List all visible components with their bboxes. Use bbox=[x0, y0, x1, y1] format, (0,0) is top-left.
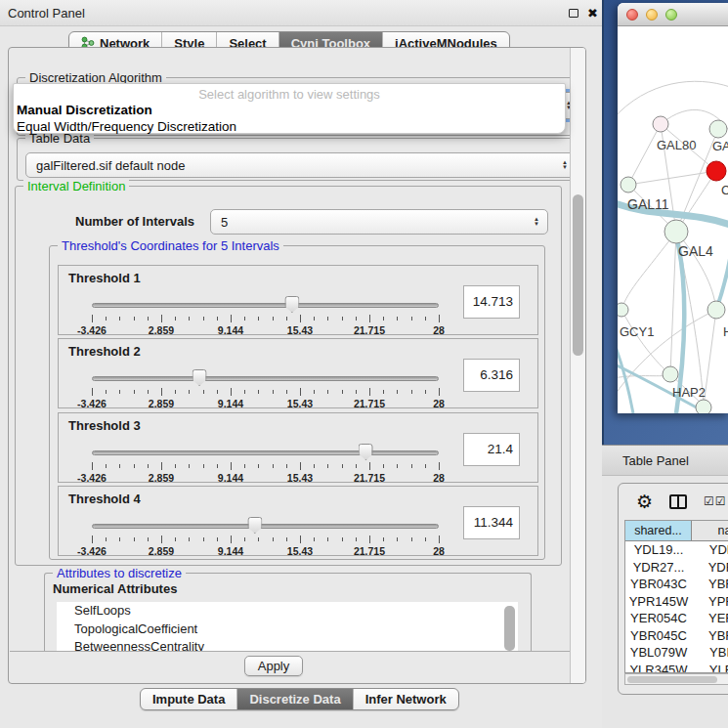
split-column-icon[interactable] bbox=[669, 494, 687, 509]
attribute-list-item[interactable]: SelfLoops bbox=[57, 602, 518, 621]
table-cell[interactable]: YDR27... bbox=[625, 559, 692, 577]
threshold-1-slider[interactable]: -3.4262.8599.14415.4321.71528 bbox=[92, 297, 439, 332]
tick-label: 2.859 bbox=[149, 398, 174, 409]
table-row[interactable]: YPR145WYPR1 bbox=[625, 593, 728, 611]
slider-tick-labels: -3.4262.8599.14415.4321.71528 bbox=[92, 398, 439, 409]
float-window-icon[interactable] bbox=[569, 9, 578, 18]
tick-mark bbox=[314, 390, 315, 394]
tick-mark bbox=[258, 537, 259, 541]
tick-mark bbox=[148, 317, 149, 321]
column-header-name[interactable]: na bbox=[692, 521, 728, 541]
tab-infer-network[interactable]: Infer Network bbox=[354, 689, 458, 709]
tick-mark bbox=[92, 315, 93, 322]
tab-impute-data[interactable]: Impute Data bbox=[141, 689, 237, 709]
node-label: GCY1 bbox=[620, 324, 654, 339]
mac-close-icon[interactable] bbox=[626, 9, 638, 21]
table-row[interactable]: YBR043CYBR0 bbox=[625, 576, 728, 593]
close-icon[interactable]: ✖ bbox=[587, 7, 598, 20]
table-cell[interactable]: YBR0 bbox=[692, 576, 728, 593]
tick-label: 28 bbox=[433, 472, 445, 484]
tick-mark bbox=[92, 388, 93, 396]
algorithm-dropdown-popup: Select algorithm to view settings Manual… bbox=[13, 83, 566, 134]
table-hscroll-thumb[interactable] bbox=[627, 676, 717, 683]
slider-thumb[interactable] bbox=[193, 369, 207, 386]
network-window[interactable]: GAL80 GA C GAL11 GAL4 GCY1 H HAP2 bbox=[618, 3, 728, 413]
table-cell[interactable]: YER0 bbox=[692, 610, 728, 627]
table-row[interactable]: YLR345WYLR3 bbox=[625, 662, 728, 674]
table-cell[interactable]: YER054C bbox=[625, 610, 692, 627]
table-row[interactable]: YER054CYER0 bbox=[625, 610, 728, 627]
threshold-4-value-field[interactable]: 11.344 bbox=[463, 506, 520, 539]
num-intervals-combobox[interactable]: 5 ▲▼ bbox=[210, 209, 548, 235]
threshold-3-value-field[interactable]: 21.4 bbox=[463, 433, 520, 466]
numerical-attributes-list[interactable]: SelfLoopsTopologicalCoefficientBetweenne… bbox=[57, 602, 518, 653]
table-cell[interactable]: YBL079W bbox=[625, 644, 692, 662]
tick-mark bbox=[369, 535, 370, 543]
node-selected-red[interactable] bbox=[707, 161, 726, 181]
panel-scrollbar-thumb[interactable] bbox=[573, 194, 583, 356]
table-cell[interactable]: YBR043C bbox=[625, 576, 692, 593]
slider-thumb[interactable] bbox=[247, 517, 262, 534]
table-cell[interactable]: YLR3 bbox=[692, 662, 728, 674]
algorithm-hint-item[interactable]: Select algorithm to view settings bbox=[14, 84, 565, 102]
table-cell[interactable]: YPR145W bbox=[625, 593, 692, 611]
attribute-list-item[interactable]: TopologicalCoefficient bbox=[57, 621, 518, 639]
algorithm-option-equal-width[interactable]: Equal Width/Frequency Discretization bbox=[14, 118, 565, 135]
table-row[interactable]: YBR045CYBR0 bbox=[625, 627, 728, 645]
node-hap2[interactable] bbox=[663, 366, 678, 382]
tick-mark bbox=[356, 390, 357, 394]
tick-mark bbox=[119, 390, 120, 394]
threshold-2-value-field[interactable]: 6.316 bbox=[463, 359, 520, 392]
node-top-right[interactable] bbox=[709, 120, 727, 138]
table-cell[interactable]: YPR1 bbox=[692, 593, 728, 611]
table-row[interactable]: YDR27...YDR2 bbox=[625, 559, 728, 577]
column-header-shared-name[interactable]: shared... bbox=[625, 521, 692, 541]
list-scrollbar[interactable] bbox=[504, 606, 515, 651]
threshold-3-slider[interactable]: -3.4262.8599.14415.4321.71528 bbox=[92, 445, 439, 480]
table-cell[interactable]: YBR0 bbox=[692, 627, 728, 645]
slider-track[interactable] bbox=[92, 524, 439, 529]
table-cell[interactable]: YDL1 bbox=[692, 541, 728, 559]
table-data-combobox[interactable]: galFiltered.sif default node ▲▼ bbox=[25, 152, 577, 178]
apply-button[interactable]: Apply bbox=[244, 656, 303, 676]
mac-zoom-icon[interactable] bbox=[665, 9, 677, 21]
table-data-selected: galFiltered.sif default node bbox=[36, 158, 185, 173]
threshold-1-value-field[interactable]: 14.713 bbox=[463, 285, 520, 319]
node-gal80[interactable] bbox=[653, 116, 668, 132]
slider-thumb[interactable] bbox=[284, 296, 299, 313]
tick-mark bbox=[439, 535, 440, 543]
node-table[interactable]: shared... na YDL19...YDL1YDR27...YDR2YBR… bbox=[624, 520, 728, 673]
node-gal4[interactable] bbox=[664, 220, 688, 243]
slider-track[interactable] bbox=[92, 303, 439, 308]
tab-discretize-data[interactable]: Discretize Data bbox=[237, 689, 353, 709]
tick-mark bbox=[161, 388, 162, 396]
screen: Control Panel ✖ Network Style Select Cyn… bbox=[0, 0, 728, 728]
table-cell[interactable]: YLR345W bbox=[625, 662, 692, 674]
table-cell[interactable]: YDL19... bbox=[625, 541, 692, 559]
node-bottom[interactable] bbox=[696, 400, 711, 413]
slider-thumb[interactable] bbox=[359, 444, 373, 460]
table-cell[interactable]: YBR045C bbox=[625, 627, 692, 645]
mac-minimize-icon[interactable] bbox=[646, 9, 658, 21]
slider-track[interactable] bbox=[92, 450, 439, 455]
table-cell[interactable]: YBL0 bbox=[692, 644, 728, 662]
table-row[interactable]: YBL079WYBL0 bbox=[625, 644, 728, 662]
table-row[interactable]: YDL19...YDL1 bbox=[625, 541, 728, 559]
table-cell[interactable]: YDR2 bbox=[692, 559, 728, 577]
slider-track[interactable] bbox=[92, 376, 439, 381]
combo-arrows-icon: ▲▼ bbox=[534, 217, 539, 227]
gear-icon[interactable]: ⚙ bbox=[636, 492, 653, 511]
tick-label: 28 bbox=[433, 398, 445, 409]
node-right[interactable] bbox=[707, 301, 725, 319]
tick-mark bbox=[383, 390, 384, 394]
tick-mark bbox=[106, 317, 107, 321]
node-gcy1[interactable] bbox=[618, 303, 628, 317]
algorithm-option-manual[interactable]: Manual Discretization bbox=[14, 102, 565, 118]
table-horizontal-scrollbar[interactable] bbox=[624, 673, 728, 685]
network-graph[interactable]: GAL80 GA C GAL11 GAL4 GCY1 H HAP2 bbox=[618, 26, 728, 413]
panel-scrollbar[interactable] bbox=[570, 48, 585, 683]
threshold-2-slider[interactable]: -3.4262.8599.14415.4321.71528 bbox=[92, 370, 439, 406]
node-gal11[interactable] bbox=[621, 177, 636, 193]
checkboxes-icon[interactable]: ☑☑ bbox=[704, 494, 727, 508]
threshold-4-slider[interactable]: -3.4262.8599.14415.4321.71528 bbox=[92, 518, 439, 553]
